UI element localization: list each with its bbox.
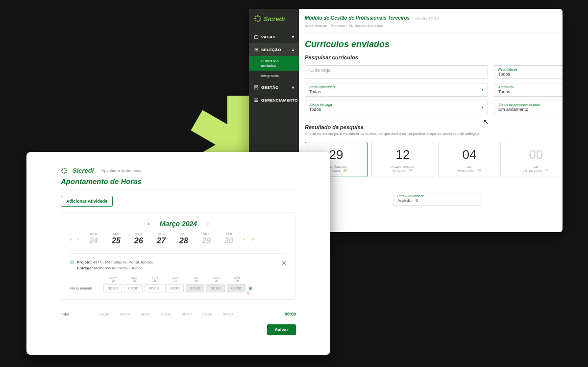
hours-input[interactable]: 00:00 [145, 284, 163, 292]
day-column[interactable]: SEX29 [198, 233, 214, 245]
logo: Sicredi [249, 9, 299, 30]
prev-week-button[interactable]: ‹ [77, 236, 79, 242]
svg-point-32 [66, 170, 68, 171]
svg-point-31 [61, 170, 63, 171]
svg-point-33 [62, 168, 63, 170]
hours-row: Horas normais 00:0000:0000:0000:0000:000… [70, 284, 287, 292]
last-week-button[interactable]: ›› [252, 236, 252, 242]
module-version: Versão 10.0.0 [415, 16, 440, 21]
front-title: Apontamento de Horas [61, 177, 296, 190]
id-vaga-field[interactable]: ID da vaga [305, 65, 488, 79]
front-crumb: Apontamento de horas [101, 168, 141, 173]
cursor-icon: ↖ [483, 118, 489, 126]
svg-point-9 [255, 20, 257, 22]
header-bar: Módulo de Gestão de Profissionais Tercei… [299, 9, 563, 32]
svg-rect-12 [255, 35, 257, 36]
day-column[interactable]: DOM24 [86, 233, 101, 245]
svg-point-10 [259, 20, 261, 22]
day-column[interactable]: QUI28 [176, 233, 192, 245]
main-content: Módulo de Gestão de Profissionais Tercei… [299, 9, 563, 232]
status-processo-field[interactable]: Status do processo seletivo Em andamento [494, 101, 563, 114]
status-vaga-field[interactable]: Status da vaga Todos ▾ [305, 101, 488, 114]
day-column[interactable]: QUA27 [153, 233, 169, 245]
total-row: Total 00:0000:0000:0000:0000:0000:0000:0… [61, 312, 296, 316]
svg-point-30 [64, 172, 65, 174]
hours-input[interactable]: 00:00 [124, 284, 143, 292]
nav-vagas[interactable]: VAGAS ▾ [249, 30, 299, 43]
next-week-button[interactable]: › [244, 236, 245, 242]
users-icon [343, 169, 348, 173]
remove-project-button[interactable]: ✕ [281, 260, 287, 267]
requisitante-field[interactable]: Requisitante Todos [494, 65, 563, 79]
svg-rect-15 [255, 85, 258, 89]
results-section: Resultado da pesquisa Clique no status p… [299, 118, 563, 206]
svg-point-36 [65, 172, 67, 173]
add-activity-button[interactable]: Adicionar Atividade [61, 196, 113, 207]
briefcase-icon [254, 34, 259, 39]
svg-point-7 [255, 16, 257, 18]
svg-point-27 [545, 169, 547, 171]
results-sub: Clique no status para visualizar os curr… [305, 131, 563, 136]
stat-card-avaliacao[interactable]: 04 EMAVALIAÇÃO [438, 142, 501, 177]
users-icon [408, 169, 413, 173]
target-icon [254, 47, 259, 52]
search-section: Pesquisar currículos ID da vaga Requisit… [299, 54, 563, 118]
chevron-down-icon: ▾ [292, 85, 294, 90]
logo-icon [61, 167, 68, 174]
chevron-down-icon: ▾ [482, 88, 484, 92]
svg-point-14 [256, 49, 257, 51]
breadcrumb: Você está em: Seleção › Currículos envia… [305, 24, 563, 28]
hours-input[interactable]: 00:00 [165, 284, 184, 292]
perfil-field[interactable]: Perfil/Senioridade Todas ▾ [305, 83, 488, 97]
project-row: ⓘ Projeto: 4377 - Melhorias no Portal Ju… [70, 253, 287, 271]
svg-point-5 [254, 18, 256, 19]
svg-point-28 [547, 169, 549, 171]
svg-point-22 [346, 169, 347, 171]
nav-sub-integracao[interactable]: Integração [249, 71, 299, 81]
add-hours-button[interactable]: ⊕☟ [248, 286, 252, 291]
users-icon [544, 169, 549, 173]
svg-point-35 [62, 172, 63, 173]
page-title: Currículos enviados [299, 32, 563, 54]
module-title: Módulo de Gestão de Profissionais Tercei… [305, 15, 410, 21]
total-label: Total [61, 312, 94, 316]
svg-rect-20 [254, 101, 258, 102]
nav-gerenciamento[interactable]: GERENCIAMENTO ▾ [249, 94, 299, 106]
perfil-chip[interactable]: Perfil/Senioridade Agilista - II [393, 192, 481, 206]
first-week-button[interactable]: ‹‹ [70, 236, 71, 242]
front-header: Sicredi Apontamento de horas [61, 167, 296, 174]
stat-card-entrevista[interactable]: 00 EMENTREVISTA [505, 142, 563, 177]
logo-text: Sicredi [264, 15, 285, 23]
svg-point-29 [64, 167, 65, 169]
chevron-down-icon: ▾ [482, 105, 484, 109]
area-field[interactable]: Área/Tribo Todas [494, 83, 563, 97]
settings-icon [254, 98, 259, 103]
nav-sub-curriculos[interactable]: Currículos enviados [249, 56, 299, 71]
svg-rect-18 [254, 99, 258, 99]
day-column[interactable]: TER26 [131, 233, 147, 245]
hours-input[interactable]: 00:00 [103, 284, 122, 292]
day-column[interactable]: SÁB30 [221, 233, 237, 245]
svg-rect-11 [254, 36, 258, 38]
hours-input: 00:00 [186, 284, 204, 292]
prev-month-button[interactable]: ‹ [148, 220, 150, 227]
day-column[interactable]: SEG25 [108, 233, 124, 245]
hours-input: 00:00 [227, 284, 245, 292]
hand-cursor-icon: ☟ [246, 290, 250, 297]
results-heading: Resultado da pesquisa [305, 124, 563, 130]
hours-label: Horas normais [70, 287, 103, 290]
info-icon: ⓘ [70, 260, 74, 265]
svg-point-25 [478, 169, 479, 171]
logo-text: Sicredi [73, 167, 94, 174]
apontamento-window: Sicredi Apontamento de horas Apontamento… [26, 152, 330, 355]
hours-input: 00:00 [206, 284, 225, 292]
next-month-button[interactable]: › [207, 220, 209, 227]
month-label: Março 2024 [160, 220, 197, 228]
svg-point-3 [257, 15, 258, 17]
nav-gestao[interactable]: GESTÃO ▾ [249, 81, 299, 94]
nav-selecao[interactable]: SELEÇÃO ▴ [249, 43, 299, 56]
svg-point-4 [257, 21, 258, 22]
save-button[interactable]: Salvar [267, 324, 296, 335]
stat-card-analise[interactable]: 12 AGUARDANDOANÁLISE [371, 142, 434, 177]
svg-point-23 [409, 169, 411, 171]
